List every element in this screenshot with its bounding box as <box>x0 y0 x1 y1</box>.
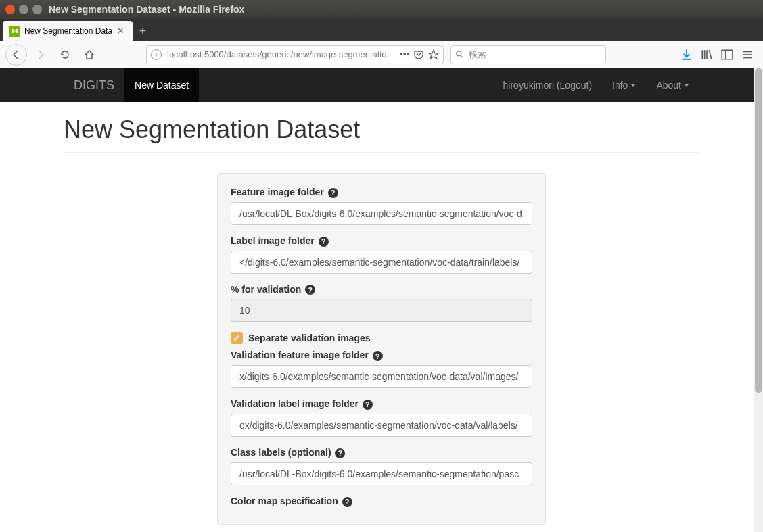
help-icon[interactable]: ? <box>328 188 338 198</box>
help-icon[interactable]: ? <box>342 497 352 507</box>
help-icon[interactable]: ? <box>363 400 373 410</box>
pocket-icon[interactable] <box>413 49 424 60</box>
url-text: localhost:5000/datasets/generic/new/imag… <box>167 49 400 59</box>
library-icon[interactable] <box>701 49 713 61</box>
nav-about[interactable]: About <box>646 80 699 91</box>
new-tab-button[interactable]: + <box>133 21 153 41</box>
val-label-folder-label: Validation label image folder ? <box>231 398 532 410</box>
browser-tabbar: New Segmentation Data × + <box>0 19 763 41</box>
window-controls <box>5 5 42 14</box>
colormap-label: Color map specification ? <box>231 495 532 507</box>
nav-user[interactable]: hiroyukimori (Logout) <box>493 80 603 91</box>
label-folder-label: Label image folder ? <box>231 235 532 247</box>
feature-folder-input[interactable] <box>231 202 532 225</box>
reload-button[interactable] <box>54 44 76 66</box>
browser-toolbar: i localhost:5000/datasets/generic/new/im… <box>0 41 763 68</box>
more-icon[interactable]: ••• <box>400 49 409 59</box>
svg-point-1 <box>457 51 461 55</box>
home-button[interactable] <box>78 44 100 66</box>
help-icon[interactable]: ? <box>373 351 383 361</box>
window-title: New Segmentation Dataset - Mozilla Firef… <box>49 4 244 15</box>
pct-validation-input[interactable] <box>231 299 532 322</box>
svg-rect-3 <box>722 50 733 59</box>
menu-icon[interactable] <box>741 49 754 61</box>
window-close-button[interactable] <box>5 5 15 14</box>
brand[interactable]: DIGITS <box>64 78 124 93</box>
val-feature-folder-input[interactable] <box>231 365 532 388</box>
app-navbar: DIGITS New Dataset hiroyukimori (Logout)… <box>0 68 763 102</box>
caret-down-icon <box>630 84 636 87</box>
bookmark-star-icon[interactable] <box>428 49 439 60</box>
class-labels-input[interactable] <box>231 462 532 485</box>
back-button[interactable] <box>5 44 27 66</box>
val-feature-folder-label: Validation feature image folder ? <box>231 349 532 361</box>
help-icon[interactable]: ? <box>319 237 329 247</box>
search-icon <box>455 50 465 59</box>
nav-new-dataset[interactable]: New Dataset <box>124 68 199 102</box>
search-placeholder: 検索 <box>469 49 486 61</box>
help-icon[interactable]: ? <box>305 285 315 295</box>
label-folder-input[interactable] <box>231 251 532 274</box>
browser-tab[interactable]: New Segmentation Data × <box>3 21 133 41</box>
val-label-folder-input[interactable] <box>231 414 532 437</box>
forward-button[interactable] <box>30 44 51 66</box>
nvidia-favicon-icon <box>9 26 20 37</box>
svg-line-2 <box>461 55 463 57</box>
separate-validation-checkbox[interactable]: ✓ <box>231 332 243 344</box>
scrollbar-thumb[interactable] <box>755 68 762 393</box>
help-icon[interactable]: ? <box>335 448 345 458</box>
page-viewport: DIGITS New Dataset hiroyukimori (Logout)… <box>0 68 763 532</box>
downloads-icon[interactable] <box>680 49 693 61</box>
url-bar[interactable]: i localhost:5000/datasets/generic/new/im… <box>146 45 444 64</box>
scrollbar[interactable] <box>754 68 763 532</box>
nav-info[interactable]: Info <box>602 80 646 91</box>
window-minimize-button[interactable] <box>19 5 28 14</box>
sidebar-icon[interactable] <box>721 49 733 61</box>
form-panel: Feature image folder ? Label image folde… <box>217 173 546 525</box>
search-box[interactable]: 検索 <box>450 45 606 64</box>
caret-down-icon <box>684 84 689 87</box>
tab-close-icon[interactable]: × <box>115 26 126 37</box>
os-titlebar: New Segmentation Dataset - Mozilla Firef… <box>0 0 763 19</box>
tab-title: New Segmentation Data <box>24 26 112 36</box>
site-info-icon[interactable]: i <box>151 49 162 60</box>
window-maximize-button[interactable] <box>32 5 42 14</box>
pct-validation-label: % for validation ? <box>231 284 532 295</box>
main-container: New Segmentation Dataset Feature image f… <box>64 102 699 532</box>
class-labels-label: Class labels (optional) ? <box>231 447 532 458</box>
separate-validation-label: Separate validation images <box>248 333 371 343</box>
feature-folder-label: Feature image folder ? <box>231 187 532 198</box>
page-title: New Segmentation Dataset <box>64 116 699 153</box>
